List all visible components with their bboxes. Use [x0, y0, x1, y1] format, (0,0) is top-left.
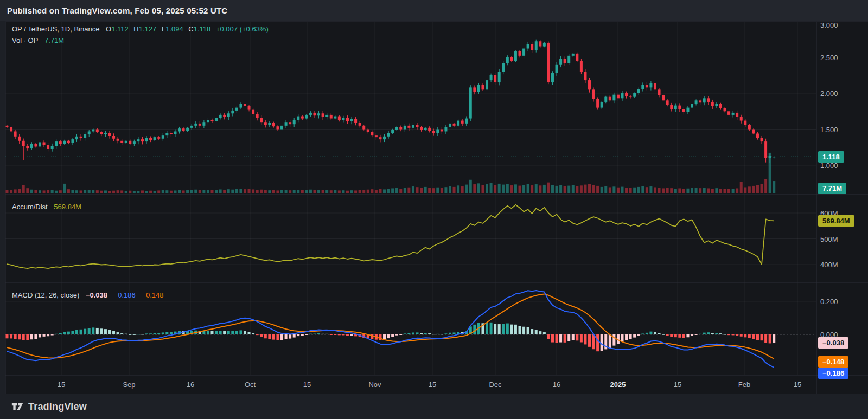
ohlc-close-label: C — [188, 25, 193, 33]
time-tick: Oct — [245, 381, 256, 389]
time-tick: 15 — [674, 381, 681, 389]
volume-value: 7.71M — [44, 36, 64, 44]
published-text: Published on TradingView.com, Feb 05, 20… — [7, 6, 227, 15]
last-price-badge: 1.118 — [818, 151, 844, 163]
time-tick: 15 — [794, 381, 801, 389]
volume-label: Vol · OP — [12, 36, 38, 44]
tradingview-logo-icon — [11, 402, 23, 412]
price-tick: 1.500 — [820, 125, 838, 133]
ohlc-high-label: H — [133, 25, 138, 33]
ad-value-badge: 569.84M — [818, 215, 854, 227]
symbol-legend: OP / TetherUS, 1D, Binance O1.112 H1.127… — [12, 25, 272, 33]
macd-signal-value: −0.148 — [142, 291, 163, 299]
ohlc-open-value: 1.112 — [111, 25, 132, 33]
time-tick: 16 — [187, 381, 194, 389]
ad-tick: 400M — [820, 261, 838, 269]
ad-legend: Accum/Dist 569.84M — [12, 203, 81, 211]
volume-legend: Vol · OP 7.71M — [12, 36, 64, 44]
time-tick: Dec — [489, 381, 501, 389]
ohlc-open-label: O — [106, 25, 111, 33]
macd-line-badge: −0.186 — [818, 368, 848, 379]
tradingview-logo[interactable]: TradingView — [11, 401, 87, 412]
chart-canvas[interactable] — [0, 0, 868, 419]
price-tick: 2.500 — [820, 53, 838, 61]
time-tick: 15 — [303, 381, 311, 389]
macd-hist-value: −0.038 — [86, 291, 107, 299]
brand-text: TradingView — [28, 401, 87, 412]
ad-tick: 500M — [820, 235, 838, 243]
price-tick: 2.000 — [820, 89, 838, 98]
macd-line-value: −0.186 — [114, 291, 136, 299]
time-tick: 16 — [553, 381, 560, 389]
change-value: +0.007 (+0.63%) — [216, 25, 272, 33]
macd-legend: MACD (12, 26, close) −0.038 −0.186 −0.14… — [12, 291, 164, 299]
time-tick: 2025 — [610, 381, 626, 389]
macd-tick: 0.200 — [820, 298, 838, 306]
price-tick: 3.000 — [820, 21, 838, 29]
time-tick: 15 — [58, 381, 65, 389]
time-tick: 15 — [429, 381, 436, 389]
macd-label: MACD (12, 26, close) — [12, 291, 79, 299]
ohlc-low-value: 1.094 — [165, 25, 187, 33]
ad-value: 569.84M — [54, 203, 81, 211]
ohlc-high-value: 1.127 — [139, 25, 160, 33]
footer-bar: TradingView — [0, 394, 868, 419]
time-tick: Nov — [368, 381, 381, 389]
time-tick: Sep — [123, 381, 135, 389]
symbol-title: OP / TetherUS, 1D, Binance — [12, 25, 99, 33]
time-tick: Feb — [738, 381, 750, 389]
macd-hist-badge: −0.038 — [818, 337, 848, 349]
last-volume-badge: 7.71M — [818, 183, 846, 194]
ohlc-close-value: 1.118 — [194, 25, 214, 33]
macd-signal-badge: −0.148 — [818, 356, 848, 368]
published-bar: Published on TradingView.com, Feb 05, 20… — [0, 0, 868, 21]
ad-label: Accum/Dist — [12, 203, 48, 211]
